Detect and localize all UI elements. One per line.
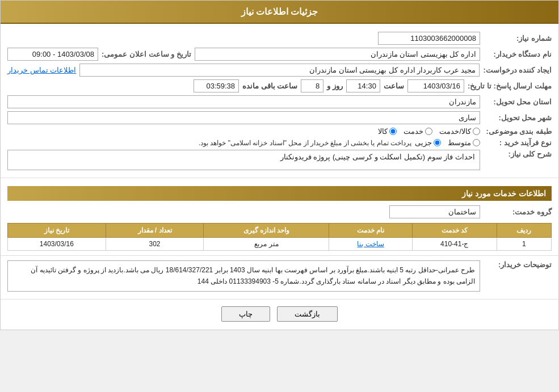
services-section: اطلاعات خدمات مورد نیاز گروه خدمت: ساختم…	[1, 178, 558, 256]
page-wrapper: جزئیات اطلاعات نیاز شماره نیاز: 11030036…	[0, 0, 559, 330]
purchase-type-note: پرداخت تمام یا بخشی از مبلغ خریدار از مح…	[7, 139, 411, 147]
cell-unit: متر مربع	[204, 238, 329, 251]
col-service-code: کد خدمت	[412, 224, 497, 238]
response-day-label: روز و	[327, 82, 343, 90]
services-section-title: اطلاعات خدمات مورد نیاز	[7, 186, 552, 201]
radio-motavasset-input[interactable]	[473, 139, 480, 146]
delivery-province-field: مازندران	[7, 95, 480, 108]
service-group-field: ساختمان	[389, 205, 480, 218]
radio-kala-label: کالا	[378, 127, 388, 136]
need-desc-field: احداث فاز سوم (تکمیل اسکلت و کرسی چینی) …	[7, 150, 480, 170]
need-desc-row: شرح کلی نیاز: احداث فاز سوم (تکمیل اسکلت…	[7, 150, 552, 170]
radio-kala-input[interactable]	[389, 128, 397, 135]
purchase-type-radio-motavasset[interactable]: متوسط	[448, 138, 480, 147]
col-date: تاریخ نیاز	[8, 224, 106, 238]
info-section: شماره نیاز: 1103003662000008 نام دستگاه …	[1, 24, 558, 178]
response-time-field: 14:30	[346, 79, 380, 92]
service-group-row: گروه خدمت: ساختمان	[7, 205, 552, 218]
purchase-type-radio-group: متوسط جزیی	[415, 138, 480, 147]
col-row-num: ردیف	[497, 224, 551, 238]
cell-service-name[interactable]: ساخت بنا	[329, 238, 412, 251]
radio-jozi-input[interactable]	[434, 139, 441, 146]
radio-kala-khedmat-label: کالا/خدمت	[439, 127, 471, 136]
subject-radio-kala[interactable]: کالا	[378, 127, 397, 136]
buyer-org-row: نام دستگاه خریدار: اداره کل بهزیستی استا…	[7, 48, 552, 61]
creator-row: ایجاد کننده درخواست: مجید عرب کاربردار ا…	[7, 64, 552, 77]
radio-motavasset-label: متوسط	[448, 138, 471, 147]
need-number-label: شماره نیاز:	[484, 34, 552, 43]
radio-khedmat-input[interactable]	[425, 128, 432, 135]
description-field: طرح عمرانی-حداقل رتبه 5 ابنیه باشند.مبلغ…	[7, 260, 480, 292]
creator-field: مجید عرب کاربردار اداره کل بهزیستی استان…	[79, 64, 480, 77]
services-table: ردیف کد خدمت نام خدمت واحد اندازه گیری ت…	[7, 223, 552, 251]
subject-row: طبقه بندی موضوعی: کالا/خدمت خدمت کالا	[7, 127, 552, 136]
radio-khedmat-label: خدمت	[404, 127, 423, 136]
response-time-label: ساعت	[384, 82, 404, 90]
purchase-type-label: نوع فرآیند خرید :	[484, 138, 552, 147]
cell-qty: 302	[106, 238, 204, 251]
response-date-field: 1403/03/16	[407, 79, 464, 92]
need-desc-label: شرح کلی نیاز:	[484, 150, 552, 158]
delivery-city-field: ساری	[7, 111, 480, 124]
province-row: استان محل تحویل: مازندران	[7, 95, 552, 108]
subject-radio-kala-khedmat[interactable]: کالا/خدمت	[439, 127, 480, 136]
button-row: بازگشت چاپ	[1, 300, 558, 330]
cell-date: 1403/03/16	[8, 238, 106, 251]
purchase-type-row: نوع فرآیند خرید : متوسط جزیی پرداخت تمام…	[7, 138, 552, 147]
col-unit: واحد اندازه گیری	[204, 224, 329, 238]
col-service-name: نام خدمت	[329, 224, 412, 238]
subject-radio-group: کالا/خدمت خدمت کالا	[378, 127, 480, 136]
description-section: توضیحات خریدار: طرح عمرانی-حداقل رتبه 5 …	[1, 256, 558, 300]
page-title: جزئیات اطلاعات نیاز	[241, 7, 318, 16]
delivery-province-label: استان محل تحویل:	[484, 98, 552, 106]
cell-row-num: 1	[497, 238, 551, 251]
table-header-row: ردیف کد خدمت نام خدمت واحد اندازه گیری ت…	[8, 224, 552, 238]
delivery-city-label: شهر محل تحویل:	[484, 113, 552, 122]
back-button[interactable]: بازگشت	[277, 306, 338, 322]
radio-kala-khedmat-input[interactable]	[473, 128, 480, 135]
desc-row: توضیحات خریدار: طرح عمرانی-حداقل رتبه 5 …	[7, 260, 552, 292]
buyer-org-field: اداره کل بهزیستی استان مازندران	[195, 48, 480, 61]
announcement-label: تاریخ و ساعت اعلان عمومی:	[102, 50, 191, 58]
description-label: توضیحات خریدار:	[484, 260, 552, 269]
radio-jozi-label: جزیی	[415, 138, 432, 147]
page-header: جزئیات اطلاعات نیاز	[1, 1, 558, 24]
need-number-row: شماره نیاز: 1103003662000008	[7, 32, 552, 45]
subject-label: طبقه بندی موضوعی:	[484, 127, 552, 136]
response-deadline-label: مهلت ارسال پاسخ: تا تاریخ:	[468, 82, 552, 90]
print-button[interactable]: چاپ	[221, 306, 270, 322]
service-group-label: گروه خدمت:	[484, 208, 552, 216]
table-row: 1 ج-41-410 ساخت بنا متر مربع 302 1403/03…	[8, 238, 552, 251]
contact-info-link[interactable]: اطلاعات تماس خریدار	[7, 66, 76, 74]
response-days-field: 8	[301, 79, 323, 92]
need-number-field: 1103003662000008	[378, 32, 480, 45]
response-deadline-row: مهلت ارسال پاسخ: تا تاریخ: 1403/03/16 سا…	[7, 79, 552, 92]
col-qty: تعداد / مقدار	[106, 224, 204, 238]
subject-radio-khedmat[interactable]: خدمت	[404, 127, 432, 136]
purchase-type-radio-jozi[interactable]: جزیی	[415, 138, 441, 147]
creator-label: ایجاد کننده درخواست:	[483, 66, 552, 74]
remaining-label: ساعت باقی مانده	[242, 82, 297, 90]
remaining-time-field: 03:59:38	[194, 79, 239, 92]
cell-service-code: ج-41-410	[412, 238, 497, 251]
city-row: شهر محل تحویل: ساری	[7, 111, 552, 124]
announcement-datetime-field: 1403/03/08 - 09:00	[7, 48, 98, 61]
buyer-org-label: نام دستگاه خریدار:	[484, 50, 552, 58]
